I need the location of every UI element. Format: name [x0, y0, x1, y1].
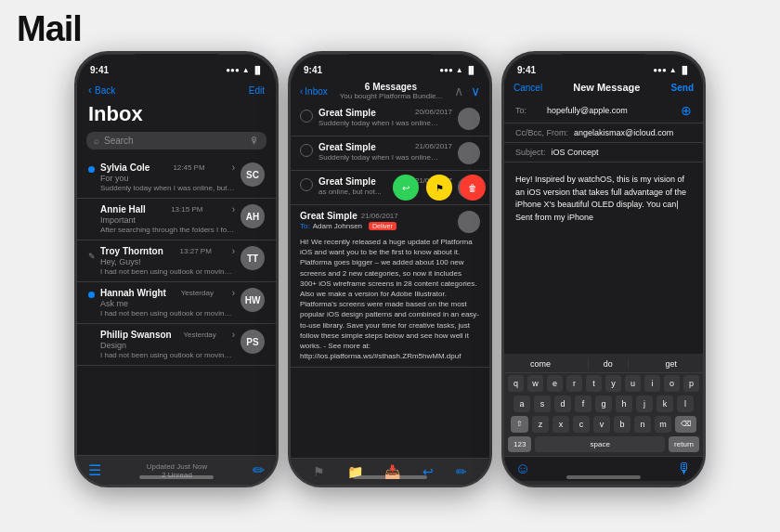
key-f[interactable]: f: [575, 396, 592, 412]
time-center: 9:41: [304, 65, 322, 75]
key-y[interactable]: y: [605, 375, 621, 392]
msg-avatar-preview-0: [458, 108, 480, 130]
mail-time-3: Yesterday: [181, 289, 214, 297]
msg-preview-0[interactable]: Great Simple 20/06/2017 Suddenly today w…: [291, 102, 489, 136]
prev-arrow-icon[interactable]: ∧: [454, 84, 463, 98]
key-g[interactable]: g: [595, 396, 612, 412]
phones-container: 9:41 ●●● ▲ ▐▌ ‹ Back Edit Inbox ⌕: [17, 51, 763, 523]
flag-toolbar-icon[interactable]: ⚑: [313, 464, 325, 479]
msg-content-preview-0: Great Simple 20/06/2017 Suddenly today w…: [318, 108, 452, 127]
msg-swipe-item[interactable]: Great Simple 21/06/2017 as online, but n…: [291, 171, 489, 205]
back-chevron-icon: ‹: [88, 84, 92, 97]
key-d[interactable]: d: [554, 396, 571, 412]
add-recipient-icon[interactable]: ⊕: [681, 103, 692, 118]
key-c[interactable]: c: [573, 416, 590, 433]
mailbox-icon[interactable]: ☰: [88, 461, 101, 479]
detail-subtitle: You bought Platforma Bundle...: [328, 92, 454, 100]
suggest-3[interactable]: get: [666, 359, 678, 369]
send-button[interactable]: Send: [671, 83, 694, 93]
chevron-icon-2: ›: [232, 246, 235, 256]
mail-item-1[interactable]: Annie Hall 13:15 PM › Important After se…: [77, 199, 276, 240]
emoji-icon[interactable]: ☺: [515, 461, 530, 477]
message-list: Great Simple 20/06/2017 Suddenly today w…: [291, 102, 489, 368]
key-v[interactable]: v: [593, 416, 610, 433]
detail-nav: ‹ Inbox 6 Messages You bought Platforma …: [291, 80, 489, 102]
to-field[interactable]: To: hopefully@apple.com ⊕: [504, 98, 703, 123]
key-m[interactable]: m: [655, 416, 671, 433]
time-left: 9:41: [90, 65, 109, 75]
empty-dot-2: ✎: [88, 246, 95, 253]
key-q[interactable]: q: [508, 375, 524, 392]
key-e[interactable]: e: [547, 375, 563, 392]
key-t[interactable]: t: [586, 375, 602, 392]
key-a[interactable]: a: [514, 396, 530, 412]
delete-key[interactable]: ⌫: [675, 416, 696, 433]
keyboard-row2: a s d f g h j k l: [504, 396, 703, 412]
back-button-detail[interactable]: ‹ Inbox: [300, 86, 328, 97]
chevron-icon-0: ›: [232, 162, 235, 173]
inbox-title: Inbox: [77, 102, 276, 132]
compose-body[interactable]: Hey! Inspired by watchOS, this is my vis…: [504, 166, 703, 231]
phone-inbox: 9:41 ●●● ▲ ▐▌ ‹ Back Edit Inbox ⌕: [74, 51, 279, 487]
reply-action-btn[interactable]: ↩: [389, 171, 422, 204]
key-p[interactable]: p: [683, 375, 699, 392]
mail-item-4[interactable]: Phillip Swanson Yesterday › Design I had…: [77, 324, 276, 366]
search-bar[interactable]: ⌕ Search 🎙: [86, 132, 266, 149]
shift-key[interactable]: ⇧: [511, 416, 528, 433]
keyboard-row3: ⇧ z x c v b n m ⌫: [504, 416, 703, 433]
back-button-inbox[interactable]: ‹ Back: [88, 84, 115, 97]
key-o[interactable]: o: [664, 375, 680, 392]
key-i[interactable]: i: [644, 375, 660, 392]
cancel-button[interactable]: Cancel: [514, 83, 542, 93]
key-k[interactable]: k: [656, 396, 673, 412]
msg-sender-preview-0: Great Simple: [318, 108, 376, 118]
key-h[interactable]: h: [616, 396, 632, 412]
compose-toolbar-icon[interactable]: ✏: [456, 464, 467, 479]
chevron-icon-4: ›: [232, 330, 235, 340]
number-key[interactable]: 123: [508, 436, 531, 452]
next-arrow-icon[interactable]: ∨: [471, 84, 480, 98]
avatar-2: TT: [240, 246, 265, 270]
keyboard-mic-icon[interactable]: 🎙: [677, 461, 692, 477]
wifi-icon-center: ▲: [456, 66, 463, 74]
mail-subject-2: Hey, Guys!: [100, 257, 235, 266]
trash-icon: 🗑: [460, 175, 486, 201]
key-j[interactable]: j: [636, 396, 653, 412]
edit-button[interactable]: Edit: [249, 85, 265, 96]
mail-item-3[interactable]: Hannah Wright Yesterday › Ask me I had n…: [77, 282, 276, 324]
key-n[interactable]: n: [634, 416, 651, 433]
trash-action-btn[interactable]: 🗑: [456, 171, 489, 204]
ccbcc-field[interactable]: Cc/Bcc, From: angelakismax@icloud.com: [504, 123, 703, 143]
key-z[interactable]: z: [532, 416, 549, 433]
key-b[interactable]: b: [614, 416, 630, 433]
flag-action-btn[interactable]: ⚑: [422, 171, 456, 204]
empty-dot-1: [88, 204, 95, 211]
suggest-2[interactable]: do: [588, 359, 629, 369]
key-r[interactable]: r: [566, 375, 582, 392]
mail-item-0[interactable]: Sylvia Cole 12:45 PM › For you Suddenly …: [77, 157, 276, 199]
open-email: Great Simple 21/06/2017 To: Adam Johnsen…: [291, 205, 489, 368]
key-u[interactable]: u: [625, 375, 641, 392]
open-to-name: Adam Johnsen: [313, 222, 362, 230]
suggest-1[interactable]: come: [530, 359, 551, 369]
open-email-header: Great Simple 21/06/2017 To: Adam Johnsen…: [300, 211, 480, 233]
mail-subject-3: Ask me: [100, 299, 235, 308]
msg-preview-1[interactable]: Great Simple 21/06/2017 Suddenly today w…: [291, 136, 489, 171]
to-label: To:: [515, 106, 541, 115]
inbox-footer: ☰ Updated Just Now 2 Unread ✏: [77, 455, 276, 485]
detail-screen: ‹ Inbox 6 Messages You bought Platforma …: [291, 80, 489, 485]
mail-content-2: Troy Thornton 13:27 PM › Hey, Guys! I ha…: [100, 246, 235, 276]
open-date: 21/06/2017: [361, 212, 398, 220]
back-chevron-detail: ‹: [300, 86, 303, 97]
swipe-actions: ↩ ⚑ 🗑: [389, 171, 489, 204]
space-key[interactable]: space: [535, 436, 665, 452]
key-w[interactable]: w: [527, 375, 543, 392]
return-key[interactable]: return: [669, 436, 699, 452]
key-x[interactable]: x: [552, 416, 569, 433]
key-l[interactable]: l: [677, 396, 694, 412]
key-s[interactable]: s: [534, 396, 551, 412]
msg-sender-swipe: Great Simple: [318, 176, 376, 187]
subject-field[interactable]: Subject: iOS Concept: [504, 143, 703, 162]
compose-icon[interactable]: ✏: [253, 461, 265, 479]
mail-item-2[interactable]: ✎ Troy Thornton 13:27 PM › Hey, Guys! I …: [77, 240, 276, 282]
